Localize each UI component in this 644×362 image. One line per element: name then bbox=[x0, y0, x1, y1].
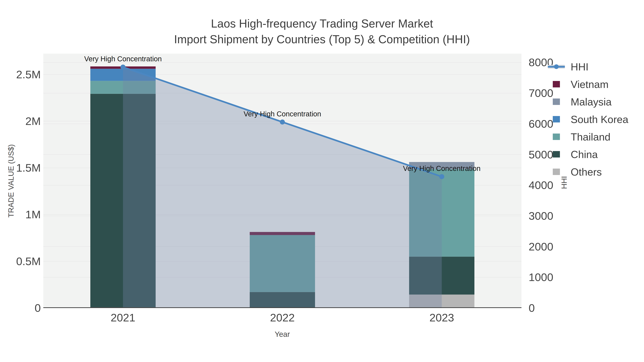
color-swatch bbox=[553, 151, 560, 157]
annotation-2021: Very High Concentration bbox=[52, 54, 195, 63]
y-left-tick-2.5M: 2.5M bbox=[0, 68, 41, 81]
color-swatch bbox=[553, 134, 560, 140]
legend-label: Others bbox=[571, 166, 602, 178]
color-swatch bbox=[553, 81, 560, 87]
plot-area bbox=[43, 54, 522, 308]
china-swatch bbox=[548, 151, 565, 158]
y-right-tick-2000: 2000 bbox=[528, 240, 553, 253]
legend-label: South Korea bbox=[571, 113, 628, 125]
hhi-point-2022[interactable] bbox=[280, 120, 285, 125]
hhi-line-swatch bbox=[548, 63, 565, 70]
legend-item-vietnam[interactable]: Vietnam bbox=[548, 75, 628, 93]
hhi-dot-mark bbox=[554, 64, 559, 69]
y-left-tick-1.5M: 1.5M bbox=[0, 161, 41, 174]
vietnam-swatch bbox=[548, 81, 565, 88]
y-right-tick-4000: 4000 bbox=[528, 179, 553, 192]
y-right-tick-3000: 3000 bbox=[528, 210, 553, 222]
x-tick-2021: 2021 bbox=[87, 311, 159, 324]
legend-label: HHI bbox=[571, 61, 588, 73]
y-left-tick-2M: 2M bbox=[0, 115, 41, 128]
legend-label: Vietnam bbox=[571, 78, 608, 90]
y-right-tick-0: 0 bbox=[528, 302, 535, 315]
x-tick-2022: 2022 bbox=[247, 311, 318, 324]
chart-title-line2: Import Shipment by Countries (Top 5) & C… bbox=[0, 31, 644, 47]
south-korea-swatch bbox=[548, 116, 565, 123]
chart-title-line1: Laos High-frequency Trading Server Marke… bbox=[0, 16, 644, 31]
y-left-axis-title: TRADE VALUE (US$) bbox=[7, 144, 16, 218]
x-tick-2023: 2023 bbox=[406, 311, 478, 324]
hhi-point-2021[interactable] bbox=[120, 64, 126, 69]
annotation-2022: Very High Concentration bbox=[211, 110, 354, 118]
legend-item-hhi[interactable]: HHI bbox=[548, 58, 628, 75]
legend-item-china[interactable]: China bbox=[548, 145, 628, 163]
x-axis-title: Year bbox=[211, 330, 354, 339]
y-right-tick-1000: 1000 bbox=[528, 271, 553, 284]
malaysia-swatch bbox=[548, 98, 565, 105]
legend-item-thailand[interactable]: Thailand bbox=[548, 128, 628, 145]
legend-label: Thailand bbox=[571, 131, 610, 143]
thailand-swatch bbox=[548, 133, 565, 140]
legend-item-others[interactable]: Others bbox=[548, 163, 628, 181]
hhi-area-fill bbox=[123, 67, 442, 308]
y-left-tick-0: 0 bbox=[0, 302, 41, 315]
annotation-2023: Very High Concentration bbox=[370, 164, 514, 173]
legend-item-south-korea[interactable]: South Korea bbox=[548, 110, 628, 128]
legend-label: China bbox=[571, 148, 598, 160]
others-swatch bbox=[548, 168, 565, 175]
y-left-tick-1M: 1M bbox=[0, 208, 41, 221]
color-swatch bbox=[553, 169, 560, 175]
y-left-tick-0.5M: 0.5M bbox=[0, 255, 41, 268]
chart-canvas: Laos High-frequency Trading Server Marke… bbox=[0, 0, 644, 362]
chart-title: Laos High-frequency Trading Server Marke… bbox=[0, 16, 644, 47]
legend-label: Malaysia bbox=[571, 96, 612, 108]
legend: HHIVietnamMalaysiaSouth KoreaThailandChi… bbox=[548, 58, 628, 181]
color-swatch bbox=[553, 116, 560, 122]
legend-item-malaysia[interactable]: Malaysia bbox=[548, 93, 628, 110]
color-swatch bbox=[553, 98, 560, 105]
hhi-point-2023[interactable] bbox=[439, 174, 444, 179]
plot-svg bbox=[43, 54, 522, 308]
